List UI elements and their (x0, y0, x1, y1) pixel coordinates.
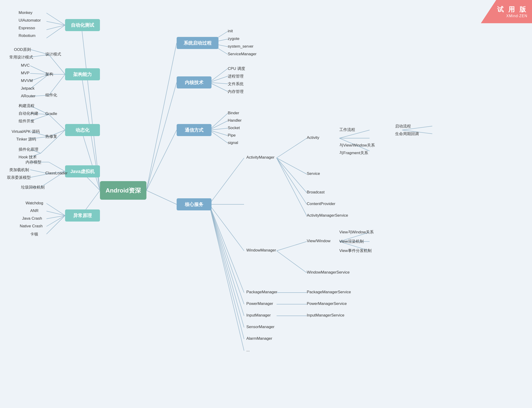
node-dynamic: 动态化 (65, 124, 100, 136)
svg-line-54 (46, 211, 65, 215)
label-input-svc: InputManagerService (307, 313, 344, 318)
svg-line-60 (209, 204, 244, 251)
watermark-subtitle: XMind·ZEN (506, 14, 527, 18)
svg-line-17 (209, 68, 228, 82)
svg-line-77 (277, 241, 307, 251)
label-common-design: 常用设计模式 (9, 55, 33, 60)
svg-line-36 (49, 114, 65, 130)
node-automation: 自动化测试 (65, 19, 100, 31)
label-fragment-rel: 与Fragment关系 (339, 150, 368, 156)
label-jetpack: Jetpack (21, 86, 35, 91)
label-watchdog: Watchdog (26, 201, 43, 205)
label-view-window-rel2: View与Window关系 (339, 230, 374, 235)
label-java-crash: Java Crash (22, 216, 42, 221)
label-component-dev: 组件开发 (19, 119, 35, 124)
label-mvp: MVP (21, 71, 29, 76)
label-parent-delegate: 双亲委派模型 (7, 175, 31, 180)
svg-line-71 (277, 158, 307, 216)
label-view-render: View渲染机制 (339, 239, 364, 244)
label-memory-model: 内存模型 (26, 160, 41, 165)
svg-line-6 (146, 82, 177, 190)
svg-line-58 (209, 158, 244, 204)
node-kernel: 内核技术 (177, 76, 211, 88)
label-lifecycle: 生命周期回调 (395, 131, 419, 136)
label-service: Service (307, 171, 320, 176)
node-boot: 系统启动过程 (177, 37, 218, 49)
label-plugin: 插件化原理 (19, 147, 38, 152)
label-mvvm: MVVM (21, 78, 33, 83)
node-jvm: Java虚拟机 (65, 165, 100, 178)
node-comm: 通信方式 (177, 124, 211, 136)
label-socket: Socket (228, 126, 240, 130)
label-window-manager: WindowManager (246, 248, 276, 253)
label-kadun: 卡顿 (30, 231, 38, 237)
svg-line-38 (41, 130, 65, 153)
label-tinker: Tinker 源码 (16, 136, 36, 142)
label-handler: Handler (228, 118, 242, 123)
label-pms: PackageManagerService (307, 290, 351, 294)
svg-line-70 (277, 158, 307, 204)
label-wms: WindowManagerService (307, 270, 349, 275)
label-auto-build: 自动化构建 (19, 111, 38, 116)
label-service-manager: ServiceManager (228, 52, 257, 56)
label-binder: Binder (228, 111, 239, 115)
label-component: 组件化 (45, 93, 57, 98)
svg-line-65 (209, 204, 244, 339)
label-signal: signal (228, 140, 238, 145)
node-core: 核心服务 (177, 198, 211, 210)
node-exception: 异常原理 (65, 209, 100, 221)
label-hook: Hook 技术 (19, 154, 37, 160)
label-start-flow: 启动流程 (395, 124, 411, 129)
svg-line-28 (49, 74, 65, 95)
svg-line-18 (209, 76, 228, 82)
label-arouter: ARouter (21, 94, 35, 98)
label-gradle: Gradle (45, 111, 57, 116)
label-work-flow: 工作流程 (339, 127, 355, 132)
label-zygote: zygote (228, 36, 239, 41)
label-espresso: Espresso (19, 26, 35, 30)
label-class-load: 类加载机制 (9, 167, 29, 172)
svg-line-66 (209, 204, 244, 351)
label-cpu: CPU 调度 (228, 66, 245, 71)
svg-line-21 (209, 113, 228, 130)
label-dots: ... (246, 348, 250, 352)
label-init: init (228, 29, 233, 34)
label-view-dispatch: View事件分发机制 (339, 248, 372, 253)
label-native-crash: Native Crash (20, 224, 43, 229)
label-activity-manager: ActivityManager (246, 155, 274, 160)
svg-line-2 (81, 130, 100, 190)
label-view-window-rel: 与View/Window关系 (339, 143, 375, 148)
svg-line-7 (146, 130, 177, 190)
label-pipe: Pipe (228, 133, 236, 138)
svg-line-11 (46, 25, 65, 30)
label-system-server: system_server (228, 44, 253, 49)
label-build-process: 构建流程 (19, 103, 35, 109)
svg-line-64 (209, 204, 244, 327)
node-architecture: 架构能力 (65, 68, 100, 80)
label-design-mode: 设计模式 (45, 51, 61, 57)
svg-line-8 (146, 190, 177, 204)
svg-line-62 (209, 204, 244, 304)
svg-line-67 (277, 138, 307, 158)
svg-line-25 (209, 130, 228, 143)
label-package-manager: PackageManager (246, 290, 277, 294)
label-mvc: MVC (21, 63, 30, 68)
label-power-svc: PowerManagerService (307, 301, 347, 306)
svg-line-24 (209, 130, 228, 136)
label-monkey: Monkey (19, 10, 33, 15)
label-broadcast: Broadcast (307, 190, 325, 195)
label-filesystem: 文件系统 (228, 81, 244, 87)
label-alarm-manager: AlarmManager (246, 336, 272, 341)
label-hotfix: 热修复 (45, 134, 57, 139)
label-ood: OOD原则 (14, 47, 31, 52)
label-mem-mgmt: 内存管理 (228, 89, 244, 94)
label-content-provider: ContentProvider (307, 202, 335, 206)
svg-line-46 (49, 162, 65, 171)
label-jiagou: 架构 (45, 72, 53, 77)
svg-line-5 (146, 43, 177, 190)
label-process-mgmt: 进程管理 (228, 74, 244, 79)
label-uiautomator: UIAutomator (19, 18, 41, 23)
svg-line-61 (209, 204, 244, 293)
label-sensor-manager: SensorManager (246, 325, 274, 329)
label-input-manager: InputManager (246, 313, 271, 318)
